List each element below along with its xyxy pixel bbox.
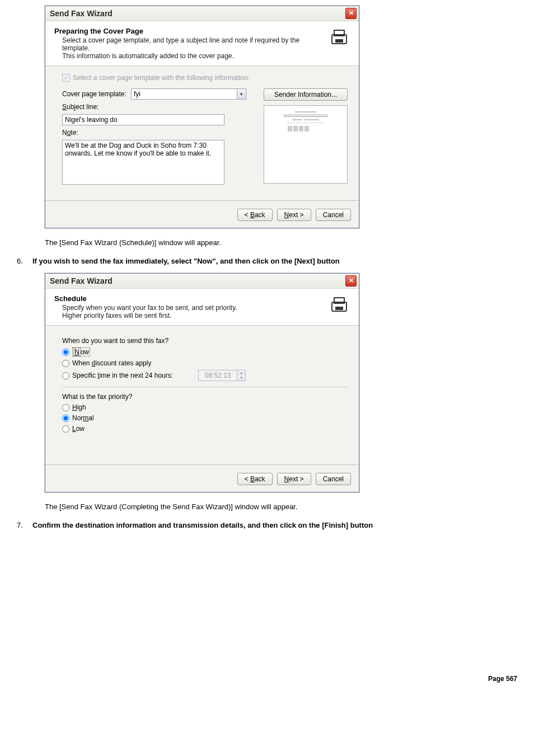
radio-specific-time[interactable]: Specific time in the next 24 hours: ▲ ▼ [62,370,348,381]
wizard-header: Preparing the Cover Page Select a cover … [45,21,359,66]
cover-template-input[interactable] [131,88,237,100]
select-template-checkbox: ✓ Select a cover page template with the … [62,74,348,82]
divider [62,387,348,387]
back-button[interactable]: < Back [237,209,273,221]
radio-low-input[interactable] [62,425,69,433]
radio-normal-input[interactable] [62,415,69,422]
time-input [198,370,237,381]
page-footer: Page 567 [17,675,517,683]
radio-now-input[interactable] [62,349,69,356]
radio-high[interactable]: High [62,403,348,411]
wizard-header-desc2: Higher priority faxes will be sent first… [62,312,324,320]
svg-rect-2 [335,39,343,43]
caption-completing-appears: The [Send Fax Wizard (Completing the Sen… [45,503,517,511]
step-number: 6. [17,257,32,265]
divider [45,200,359,201]
wizard-header-desc2: This information is automatically added … [62,52,324,60]
radio-low[interactable]: Low [62,425,348,433]
next-button[interactable]: Next > [277,209,311,221]
radio-high-input[interactable] [62,404,69,411]
chevron-down-icon[interactable]: ▾ [237,88,246,100]
question-when-send: When do you want to send this fax? [62,337,348,345]
cover-template-combo[interactable]: ▾ [131,88,246,100]
note-label: Note: [62,129,127,137]
window-title: Send Fax Wizard [50,9,113,18]
cover-preview [264,105,348,184]
note-textarea[interactable]: We'll be at the Dog and Duck in Soho fro… [62,140,224,185]
divider [45,464,359,465]
close-icon[interactable]: ✕ [345,275,357,287]
fax-icon [329,27,351,49]
next-button[interactable]: Next > [277,473,311,485]
question-priority: What is the fax priority? [62,393,348,401]
step-7-instruction: Confirm the destination information and … [32,521,517,529]
cancel-button[interactable]: Cancel [316,473,351,485]
spin-down-icon: ▼ [237,375,245,381]
radio-now[interactable]: Now [62,348,348,356]
caption-schedule-appears: The [Send Fax Wizard (Schedule)] window … [45,238,517,247]
fax-icon [329,294,351,317]
close-icon[interactable]: ✕ [345,8,357,19]
sender-info-button[interactable]: Sender Information... [264,88,348,101]
svg-rect-5 [335,307,343,310]
back-button[interactable]: < Back [237,473,273,485]
wizard-header-desc: Select a cover page template, and type a… [62,36,324,52]
cancel-button[interactable]: Cancel [316,209,351,221]
radio-normal[interactable]: Normal [62,414,348,422]
wizard-header-desc: Specify when you want your fax to be sen… [62,304,324,312]
titlebar: Send Fax Wizard ✕ [45,6,359,21]
wizard-header: Schedule Specify when you want your fax … [45,289,359,326]
step-6-instruction: If you wish to send the fax immediately,… [32,257,517,265]
wizard-schedule-window: Send Fax Wizard ✕ Schedule Specify when … [45,273,359,492]
window-title: Send Fax Wizard [50,276,113,285]
radio-specific-input[interactable] [62,372,69,379]
spin-up-icon: ▲ [237,370,245,375]
radio-discount[interactable]: When discount rates apply [62,359,348,367]
step-number: 7. [17,521,32,529]
wizard-cover-page-window: Send Fax Wizard ✕ Preparing the Cover Pa… [45,6,359,228]
subject-input[interactable] [62,114,224,125]
wizard-header-title: Preparing the Cover Page [54,27,324,35]
time-spinner: ▲ ▼ [198,370,246,381]
cover-template-label: Cover page template: [62,90,127,98]
radio-discount-input[interactable] [62,360,69,367]
wizard-header-title: Schedule [54,294,324,303]
subject-label: Subject line: [62,103,127,111]
titlebar: Send Fax Wizard ✕ [45,274,359,289]
